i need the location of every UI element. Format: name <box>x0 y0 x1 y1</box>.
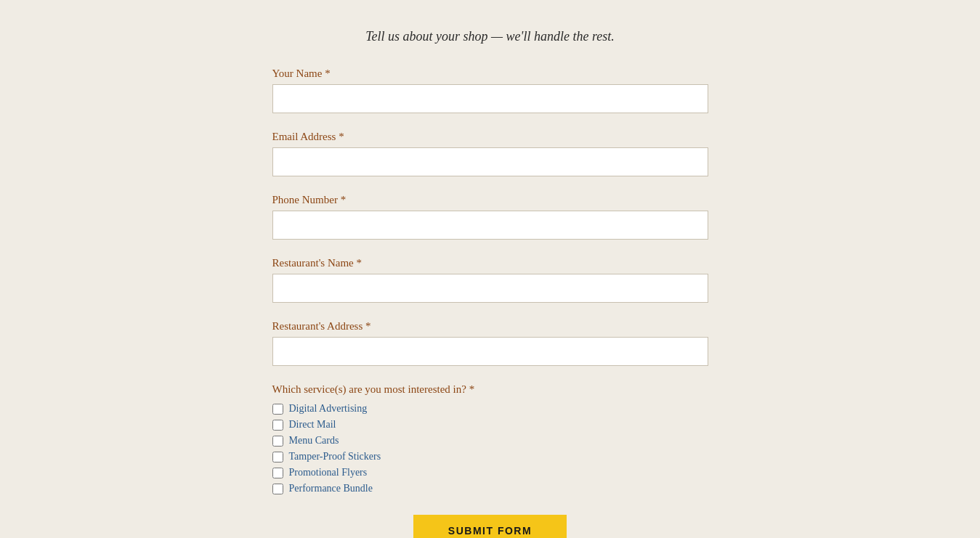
digital-advertising-label[interactable]: Digital Advertising <box>289 403 368 415</box>
phone-input[interactable] <box>272 211 708 240</box>
service-item-menu-cards: Menu Cards <box>272 435 708 447</box>
performance-bundle-label[interactable]: Performance Bundle <box>289 483 373 494</box>
name-required-indicator: * <box>325 68 331 79</box>
restaurant-address-required-indicator: * <box>365 320 371 332</box>
service-item-performance-bundle: Performance Bundle <box>272 483 708 494</box>
submit-button[interactable]: SUBMIT FORM <box>413 515 567 538</box>
page-container: Tell us about your shop — we'll handle t… <box>15 15 965 538</box>
tamper-proof-stickers-label[interactable]: Tamper-Proof Stickers <box>289 451 381 462</box>
restaurant-name-label: Restaurant's Name * <box>272 257 708 269</box>
phone-required-indicator: * <box>341 194 347 205</box>
name-input[interactable] <box>272 84 708 113</box>
email-input[interactable] <box>272 147 708 176</box>
service-item-promotional-flyers: Promotional Flyers <box>272 467 708 478</box>
restaurant-address-field-group: Restaurant's Address * <box>272 320 708 366</box>
name-label: Your Name * <box>272 68 708 80</box>
direct-mail-checkbox[interactable] <box>272 420 283 431</box>
service-item-tamper-proof-stickers: Tamper-Proof Stickers <box>272 451 708 462</box>
email-required-indicator: * <box>339 131 344 142</box>
direct-mail-label[interactable]: Direct Mail <box>289 419 336 431</box>
restaurant-name-field-group: Restaurant's Name * <box>272 257 708 303</box>
restaurant-address-label: Restaurant's Address * <box>272 320 708 333</box>
performance-bundle-checkbox[interactable] <box>272 484 283 494</box>
menu-cards-checkbox[interactable] <box>272 436 283 447</box>
page-subtitle: Tell us about your shop — we'll handle t… <box>272 29 708 44</box>
main-form: Your Name * Email Address * Phone Number… <box>272 68 708 538</box>
email-label: Email Address * <box>272 131 708 143</box>
tamper-proof-stickers-checkbox[interactable] <box>272 452 283 462</box>
restaurant-name-input[interactable] <box>272 274 708 303</box>
submit-container: SUBMIT FORM <box>272 515 708 538</box>
services-label: Which service(s) are you most interested… <box>272 383 708 396</box>
service-item-direct-mail: Direct Mail <box>272 419 708 431</box>
promotional-flyers-label[interactable]: Promotional Flyers <box>289 467 368 478</box>
email-field-group: Email Address * <box>272 131 708 176</box>
restaurant-name-required-indicator: * <box>357 257 363 269</box>
services-required-indicator: * <box>469 383 475 395</box>
menu-cards-label[interactable]: Menu Cards <box>289 435 339 447</box>
service-item-digital-advertising: Digital Advertising <box>272 403 708 415</box>
digital-advertising-checkbox[interactable] <box>272 404 283 415</box>
phone-field-group: Phone Number * <box>272 194 708 240</box>
phone-label: Phone Number * <box>272 194 708 206</box>
name-field-group: Your Name * <box>272 68 708 113</box>
form-wrapper: Tell us about your shop — we'll handle t… <box>272 15 708 538</box>
promotional-flyers-checkbox[interactable] <box>272 468 283 478</box>
restaurant-address-input[interactable] <box>272 337 708 366</box>
services-group: Which service(s) are you most interested… <box>272 383 708 494</box>
